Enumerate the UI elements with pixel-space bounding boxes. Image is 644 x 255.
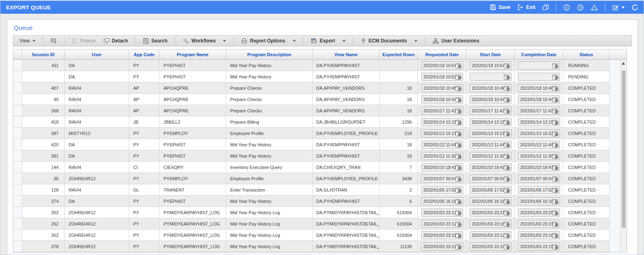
start-date-input[interactable]: 2022/01/05 16:18 <box>470 197 512 205</box>
calendar-clock-icon[interactable] <box>552 221 558 227</box>
requested-date-input[interactable]: 2022/01/17 11:43 <box>421 107 463 115</box>
calendar-clock-icon[interactable] <box>552 131 558 136</box>
warning-button[interactable] <box>591 4 598 11</box>
detach-button[interactable]: Detach <box>101 37 130 44</box>
calendar-clock-icon[interactable] <box>552 210 558 215</box>
requested-date-input[interactable]: 2022/01/07 00:04 <box>421 175 463 183</box>
table-row[interactable]: 407 RAVI4 AP APCHQPRE Prepare Checks DA.… <box>13 82 610 94</box>
calendar-clock-icon[interactable] <box>455 131 461 136</box>
column-header-app-code[interactable]: App Code <box>129 50 159 59</box>
calendar-clock-icon[interactable] <box>504 85 510 91</box>
column-header-view-name[interactable]: View Name <box>313 50 380 59</box>
calendar-clock-icon[interactable] <box>552 97 558 102</box>
row-selector[interactable] <box>13 218 22 229</box>
exit-button[interactable]: Exit <box>517 4 535 11</box>
start-date-input[interactable]: 2022/01/12 11:30 <box>470 152 512 160</box>
table-row[interactable]: DA PY PYEPHIST Mid Year Pay History DA.P… <box>13 71 610 82</box>
table-row[interactable]: 391 DA PY PYEPHIST Mid Year Pay History … <box>13 150 610 162</box>
calendar-clock-icon[interactable] <box>504 119 510 125</box>
calendar-clock-icon[interactable] <box>504 142 510 148</box>
table-row[interactable]: 268 RAVI4 AP APCHQPRE Prepare Checks DA.… <box>13 105 610 116</box>
calendar-clock-icon[interactable] <box>455 164 461 170</box>
scrollbar-thumb[interactable] <box>622 71 625 228</box>
row-selector[interactable] <box>13 207 22 218</box>
table-row[interactable]: 378 ZOHREHR12 PY PYMIDYEARPAYHIST_LOG Mi… <box>13 241 610 252</box>
calendar-clock-icon[interactable] <box>455 187 461 193</box>
calendar-clock-icon[interactable] <box>552 119 558 125</box>
calendar-clock-icon[interactable] <box>552 85 558 91</box>
calendar-clock-icon[interactable] <box>552 153 558 159</box>
row-selector[interactable] <box>13 230 22 240</box>
calendar-clock-icon[interactable] <box>455 221 461 227</box>
calendar-clock-icon[interactable] <box>504 97 510 102</box>
requested-date-input[interactable]: 2022/01/05 17:02 <box>421 186 463 194</box>
table-row[interactable]: 49 RAVI4 AP APCHQPRE Prepare Checks DA.A… <box>13 94 610 105</box>
requested-date-input[interactable]: 2022/01/03 23:13 <box>421 209 463 217</box>
table-row[interactable]: 262 ZOHREHR12 PY PYMIDYEARPAYHIST_LOG Mi… <box>13 207 610 218</box>
table-row[interactable]: 397 MISTYR12 PY PYEMPLOY Employee Profil… <box>13 128 610 139</box>
calendar-clock-icon[interactable] <box>504 221 510 227</box>
view-menu-button[interactable]: View <box>17 37 38 44</box>
requested-date-input[interactable]: 2022/01/12 11:30 <box>421 152 463 160</box>
freeze-button[interactable]: Freeze <box>70 37 98 44</box>
start-date-input[interactable]: 2022/01/10 18:41 <box>470 163 512 171</box>
calendar-clock-icon[interactable] <box>455 85 461 91</box>
table-row[interactable]: 420 DA PY PYEPHIST Mid Year Pay History … <box>13 139 610 150</box>
calendar-clock-icon[interactable] <box>552 198 558 204</box>
completion-date-input[interactable]: 2022/01/07 00:04 <box>518 175 560 183</box>
search-button[interactable]: Search <box>141 37 170 45</box>
table-row[interactable]: 262 ZOHREHR12 PY PYMIDYEARPAYHIST_LOG Mi… <box>13 218 610 230</box>
row-selector[interactable] <box>13 139 22 150</box>
ecm-documents-button[interactable]: ECM Documents <box>359 37 420 45</box>
completion-date-input[interactable]: 2022/01/12 11:44 <box>518 141 560 149</box>
calendar-clock-icon[interactable] <box>455 176 461 181</box>
start-date-input[interactable]: 2022/01/03 23:10 <box>470 242 512 251</box>
completion-date-input[interactable]: 2022/01/14 12:15 <box>518 118 560 126</box>
start-date-input[interactable]: 2022/01/14 12:15 <box>470 118 512 126</box>
requested-date-input[interactable]: 2022/01/18 10:44 <box>421 95 463 103</box>
row-selector[interactable] <box>13 196 22 207</box>
workflows-button[interactable]: Workflows <box>180 37 228 45</box>
completion-date-input[interactable]: 2022/01/05 16:18 <box>518 197 560 205</box>
row-selector[interactable] <box>13 94 22 105</box>
export-button[interactable]: Export <box>309 37 348 45</box>
start-date-input[interactable]: 2022/01/05 17:02 <box>470 186 512 194</box>
save-button[interactable]: Save <box>490 4 510 11</box>
row-selector[interactable] <box>13 71 22 82</box>
completion-date-input[interactable]: 2022/01/17 11:43 <box>518 107 560 115</box>
calendar-clock-icon[interactable] <box>455 142 461 148</box>
requested-date-input[interactable]: 2022/01/10 18:41 <box>421 163 463 171</box>
table-row[interactable]: 418 RAVI4 JB JBBILL2 Prepare Billing DA.… <box>13 116 610 128</box>
calendar-clock-icon[interactable] <box>455 244 461 249</box>
completion-date-input[interactable] <box>518 73 560 81</box>
calendar-clock-icon[interactable] <box>552 142 558 148</box>
column-header-requested-date[interactable]: Requested Date <box>418 50 466 59</box>
requested-date-input[interactable]: 2022/01/03 23:12 <box>421 220 463 228</box>
completion-date-input[interactable]: 2022/01/03 23:25 <box>518 209 560 217</box>
calendar-clock-icon[interactable] <box>504 164 510 170</box>
start-date-input[interactable]: 2022/01/17 11:43 <box>470 107 512 115</box>
calendar-clock-icon[interactable] <box>455 74 461 80</box>
row-selector[interactable] <box>13 116 22 127</box>
completion-date-input[interactable]: 2022/01/10 18:41 <box>518 163 560 171</box>
row-selector[interactable] <box>13 241 22 252</box>
start-date-input[interactable]: 2022/01/18 10:46 <box>470 84 512 92</box>
calendar-clock-icon[interactable] <box>504 153 510 159</box>
column-header-user[interactable]: User <box>65 50 129 59</box>
calendar-clock-icon[interactable] <box>504 244 510 249</box>
completion-date-input[interactable] <box>518 61 560 70</box>
table-row[interactable]: 411 DA PY PYEPHIST Mid Year Pay History … <box>13 60 610 71</box>
calendar-clock-icon[interactable] <box>455 232 461 238</box>
column-header-status[interactable]: Status <box>563 50 610 59</box>
start-date-input[interactable]: 2022/01/07 00:04 <box>470 175 512 183</box>
calendar-clock-icon[interactable] <box>455 198 461 204</box>
calendar-clock-icon[interactable] <box>552 244 558 249</box>
completion-date-input[interactable]: 2022/01/18 10:44 <box>518 95 560 103</box>
start-date-input[interactable]: 2022/01/03 23:21 <box>470 209 512 217</box>
edit-menu-button[interactable] <box>612 4 625 11</box>
calendar-clock-icon[interactable] <box>552 176 558 181</box>
requested-date-input[interactable]: 2022/01/14 12:15 <box>421 118 463 126</box>
start-date-input[interactable]: 2022/01/18 10:44 <box>470 95 512 103</box>
scroll-up-button[interactable] <box>621 60 627 67</box>
completion-date-input[interactable]: 2022/01/05 17:02 <box>518 186 560 194</box>
